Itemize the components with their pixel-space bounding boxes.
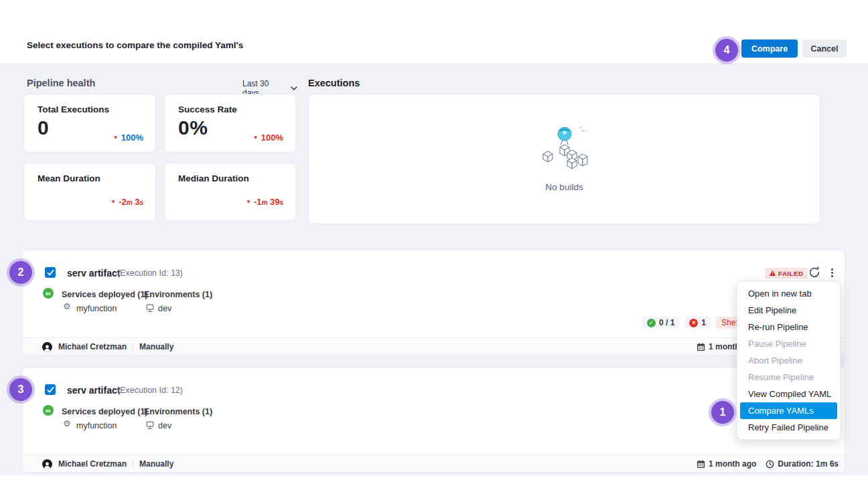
compare-executions-page: Select executions to compare the compile…	[0, 0, 868, 486]
environment-icon	[146, 420, 154, 432]
footer-separator	[133, 343, 133, 351]
gear-icon: ⚙	[63, 419, 71, 428]
avatar-icon	[42, 459, 52, 469]
metric-delta: ▼ 100%	[253, 133, 283, 143]
no-builds-label: No builds	[545, 182, 583, 192]
environment-icon	[146, 303, 154, 315]
calendar-icon	[697, 343, 705, 351]
pipeline-health-title: Pipeline health	[27, 78, 95, 88]
delta-value: 100%	[261, 133, 283, 143]
metric-delta: ▼ 100%	[113, 133, 143, 143]
menu-item-view-compiled-yaml[interactable]: View Compiled YAML	[737, 386, 840, 402]
menu-item-abort-pipeline: Abort Pipeline	[737, 352, 840, 369]
clock-icon	[766, 460, 774, 469]
passed-count-pill: ✓ 0 / 1	[642, 317, 679, 329]
cd-infinity-icon: ∞	[43, 405, 54, 416]
metric-title: Total Executions	[38, 104, 142, 114]
delta-value: -2m 3s	[119, 197, 143, 207]
delta-down-icon: ▼	[113, 135, 119, 141]
execution-id: (Execution Id: 13)	[117, 268, 183, 278]
execution-row-13[interactable]: serv artifact (Execution Id: 13) ∞ Servi…	[22, 250, 845, 355]
metric-card-mean-duration: Mean Duration ▼ -2m 3s	[23, 163, 156, 221]
triggered-by-user: Michael Cretzman	[58, 342, 127, 351]
no-builds-illustration	[535, 126, 594, 175]
triggered-by-user: Michael Cretzman	[58, 459, 127, 469]
cross-icon: ×	[689, 319, 698, 327]
status-label: FAILED	[778, 270, 803, 277]
retry-icon[interactable]	[808, 266, 821, 279]
execution-row-footer: Michael Cretzman Manually 1 month ago Du…	[23, 455, 845, 472]
delta-down-icon: ▼	[246, 199, 251, 205]
menu-item-resume-pipeline: Resume Pipeline	[737, 369, 840, 386]
executions-empty-panel: No builds	[308, 94, 820, 224]
metric-delta: ▼ -1m 39s	[246, 197, 283, 207]
metric-title: Success Rate	[178, 104, 282, 114]
compare-header-bar: Select executions to compare the compile…	[0, 0, 868, 64]
menu-item-retry-failed-pipeline[interactable]: Retry Failed Pipeline	[737, 419, 840, 436]
menu-item-rerun-pipeline[interactable]: Re-run Pipeline	[737, 319, 840, 335]
menu-item-compare-yamls[interactable]: Compare YAMLs	[740, 402, 837, 419]
pipeline-name[interactable]: serv artifact	[67, 385, 120, 396]
annotation-step-3: 3	[9, 378, 32, 401]
delta-value: 100%	[121, 133, 143, 143]
metric-card-success-rate: Success Rate 0% ▼ 100%	[164, 94, 296, 153]
check-icon	[47, 387, 54, 393]
passed-count: 0 / 1	[659, 318, 674, 327]
calendar-icon	[697, 460, 705, 469]
services-deployed-label: Services deployed (1)	[62, 290, 148, 299]
metric-title: Median Duration	[178, 173, 282, 183]
environment-name: dev	[158, 421, 171, 430]
menu-item-open-in-new-tab[interactable]: Open in new tab	[737, 285, 840, 302]
execution-row-footer: Michael Cretzman Manually 1 month ago Du…	[23, 337, 845, 355]
page-title: Select executions to compare the compile…	[27, 40, 243, 50]
menu-item-edit-pipeline[interactable]: Edit Pipeline	[737, 302, 840, 319]
metric-card-total-executions: Total Executions 0 ▼ 100%	[23, 94, 156, 153]
execution-time: 1 month ago	[709, 459, 756, 469]
annotation-step-2: 2	[9, 261, 32, 284]
services-deployed-label: Services deployed (1)	[62, 407, 148, 416]
bottom-strip	[0, 475, 868, 486]
menu-item-pause-pipeline: Pause Pipeline	[737, 335, 840, 352]
check-icon: ✓	[647, 319, 656, 327]
service-name: myfunction	[76, 421, 117, 430]
metric-delta: ▼ -2m 3s	[111, 197, 143, 207]
environment-name: dev	[158, 304, 171, 313]
failed-count: 1	[701, 318, 706, 327]
check-icon	[47, 270, 54, 276]
footer-separator	[133, 460, 133, 468]
gear-icon: ⚙	[63, 302, 71, 311]
execution-id: (Execution Id: 12)	[117, 386, 183, 395]
environments-label: Environments (1)	[144, 407, 212, 416]
execution-checkbox[interactable]	[45, 384, 56, 395]
avatar-icon	[42, 342, 52, 352]
compare-button[interactable]: Compare	[741, 39, 798, 58]
delta-down-icon: ▼	[253, 135, 259, 141]
execution-checkbox[interactable]	[45, 267, 56, 278]
metric-card-median-duration: Median Duration ▼ -1m 39s	[164, 163, 296, 221]
compare-button-label: Compare	[751, 44, 788, 54]
trigger-type: Manually	[139, 342, 173, 351]
trigger-type: Manually	[139, 459, 173, 469]
chevron-down-icon	[291, 86, 297, 90]
failed-count-pill: × 1	[684, 317, 711, 329]
metric-title: Mean Duration	[38, 173, 142, 183]
delta-value: -1m 39s	[254, 197, 283, 207]
status-badge-failed: FAILED	[765, 268, 808, 278]
execution-context-menu: Open in new tab Edit Pipeline Re-run Pip…	[737, 281, 841, 440]
warning-triangle-icon	[770, 270, 776, 276]
cd-infinity-icon: ∞	[43, 288, 54, 299]
cancel-button-label: Cancel	[811, 44, 839, 54]
cancel-button[interactable]: Cancel	[802, 39, 847, 58]
environments-label: Environments (1)	[144, 290, 212, 299]
delta-down-icon: ▼	[111, 199, 116, 205]
service-name: myfunction	[76, 304, 117, 313]
executions-title: Executions	[308, 78, 360, 88]
execution-duration: Duration: 1m 6s	[778, 459, 839, 469]
annotation-step-4: 4	[715, 39, 738, 62]
kebab-menu-icon[interactable]	[827, 266, 837, 278]
annotation-step-1: 1	[711, 401, 734, 424]
pipeline-name[interactable]: serv artifact	[67, 268, 120, 278]
